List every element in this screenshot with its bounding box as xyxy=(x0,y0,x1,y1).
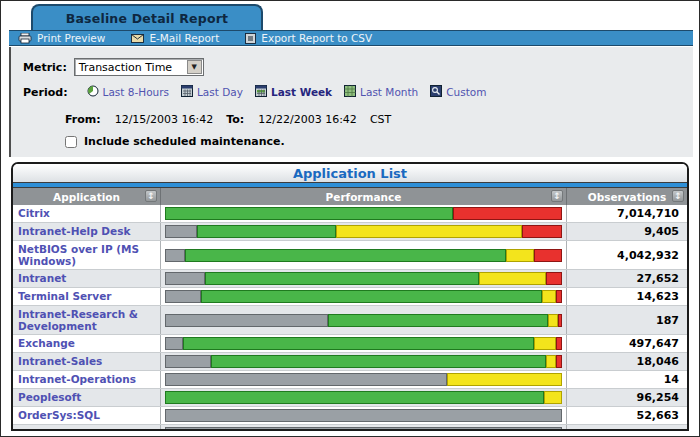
application-cell[interactable]: Peoplesoft xyxy=(13,389,161,406)
table-row: Citrix 7,014,710 xyxy=(13,205,687,222)
performance-segment-warning xyxy=(544,391,562,404)
application-cell[interactable]: NetBIOS over IP (MS Windows) xyxy=(13,241,161,269)
email-report-button[interactable]: E-Mail Report xyxy=(131,32,219,44)
performance-segment-critical xyxy=(534,249,562,262)
chevron-down-icon[interactable]: ▼ xyxy=(187,60,202,74)
period-last-8-hours[interactable]: Last 8-Hours xyxy=(87,85,169,99)
period-last-day[interactable]: Last Day xyxy=(181,85,243,99)
column-header-observations[interactable]: Observations ↕ xyxy=(567,188,687,205)
filter-panel: Metric: Transaction Time ▼ Period: Last … xyxy=(9,47,693,157)
performance-cell xyxy=(161,335,567,352)
date-range-row: From: 12/15/2003 16:42 To: 12/22/2003 16… xyxy=(65,113,397,126)
export-csv-button[interactable]: Export Report to CSV xyxy=(245,32,372,44)
period-row: Period: Last 8-Hours xyxy=(23,85,486,99)
to-value: 12/22/2003 16:42 xyxy=(258,113,357,126)
performance-bar xyxy=(165,207,562,220)
table-row: Order Management 13,012 xyxy=(13,424,687,431)
performance-segment-critical xyxy=(558,314,562,327)
performance-cell xyxy=(161,241,567,269)
observations-cell: 14 xyxy=(567,371,687,388)
tab-title: Baseline Detail Report xyxy=(66,11,229,26)
sort-icon[interactable]: ↕ xyxy=(145,190,157,202)
observations-cell: 9,405 xyxy=(567,223,687,240)
calendar-week-icon xyxy=(255,85,267,99)
observations-cell: 497,647 xyxy=(567,335,687,352)
application-cell[interactable]: Intranet-Sales xyxy=(13,353,161,370)
period-last-month-label: Last Month xyxy=(360,86,418,98)
period-last-month[interactable]: Last Month xyxy=(344,85,418,99)
sort-icon[interactable]: ↕ xyxy=(672,190,684,202)
performance-cell xyxy=(161,407,567,424)
performance-segment-good xyxy=(328,314,548,327)
printer-icon xyxy=(18,33,32,44)
period-last-week-label: Last Week xyxy=(271,86,332,98)
performance-segment-no_data xyxy=(165,314,328,327)
performance-bar xyxy=(165,337,562,350)
export-csv-icon xyxy=(245,33,256,44)
metric-label: Metric: xyxy=(23,61,67,74)
application-list-box: Application List Application ↕ Performan… xyxy=(11,162,689,431)
table-row: Intranet-Operations 14 xyxy=(13,370,687,388)
metric-select[interactable]: Transaction Time ▼ xyxy=(74,58,204,76)
observations-cell: 187 xyxy=(567,306,687,334)
application-cell[interactable]: Order Management xyxy=(13,425,161,431)
custom-period-icon xyxy=(430,85,442,99)
application-cell[interactable]: Exchange xyxy=(13,335,161,352)
observations-cell: 7,014,710 xyxy=(567,205,687,222)
performance-segment-good xyxy=(165,391,544,404)
performance-segment-no_data xyxy=(165,355,211,368)
from-label: From: xyxy=(65,113,101,126)
performance-segment-no_data xyxy=(165,427,562,431)
report-window: Baseline Detail Report Print Preview E-M… xyxy=(0,0,700,437)
performance-bar xyxy=(165,391,562,404)
performance-segment-warning xyxy=(447,373,562,386)
application-cell[interactable]: Intranet-Research & Development xyxy=(13,306,161,334)
tab-baseline-detail-report[interactable]: Baseline Detail Report xyxy=(31,4,263,30)
performance-segment-no_data xyxy=(165,409,562,422)
performance-segment-warning xyxy=(479,272,546,285)
column-header-application[interactable]: Application ↕ xyxy=(13,188,161,205)
observations-cell: 18,046 xyxy=(567,353,687,370)
maintenance-label: Include scheduled maintenance. xyxy=(84,135,285,148)
table-header: Application ↕ Performance ↕ Observations… xyxy=(13,188,687,205)
table-row: Intranet-Help Desk 9,405 xyxy=(13,222,687,240)
sort-icon[interactable]: ↕ xyxy=(551,190,563,202)
performance-bar xyxy=(165,409,562,422)
application-cell[interactable]: Terminal Server xyxy=(13,288,161,305)
application-cell[interactable]: Intranet-Help Desk xyxy=(13,223,161,240)
observations-cell: 14,623 xyxy=(567,288,687,305)
email-report-label: E-Mail Report xyxy=(149,32,219,44)
period-last-week[interactable]: Last Week xyxy=(255,85,332,99)
performance-segment-no_data xyxy=(165,290,201,303)
performance-segment-warning xyxy=(548,314,558,327)
performance-segment-critical xyxy=(556,290,562,303)
application-cell[interactable]: Citrix xyxy=(13,205,161,222)
period-custom[interactable]: Custom xyxy=(430,85,486,99)
print-preview-button[interactable]: Print Preview xyxy=(18,32,105,44)
performance-segment-critical xyxy=(546,272,562,285)
period-last-8-hours-label: Last 8-Hours xyxy=(103,86,169,98)
report-toolbar: Print Preview E-Mail Report Export Repor… xyxy=(9,30,693,46)
performance-segment-critical xyxy=(453,207,562,220)
performance-bar xyxy=(165,272,562,285)
performance-bar xyxy=(165,225,562,238)
column-header-performance[interactable]: Performance ↕ xyxy=(161,188,567,205)
maintenance-checkbox[interactable] xyxy=(65,136,77,148)
application-cell[interactable]: Intranet-Operations xyxy=(13,371,161,388)
performance-cell xyxy=(161,205,567,222)
observations-cell: 4,042,932 xyxy=(567,241,687,269)
performance-cell xyxy=(161,288,567,305)
performance-cell xyxy=(161,306,567,334)
performance-segment-warning xyxy=(542,290,556,303)
performance-segment-good xyxy=(197,225,336,238)
application-cell[interactable]: Intranet xyxy=(13,270,161,287)
table-row: Peoplesoft 96,254 xyxy=(13,388,687,406)
application-cell[interactable]: OrderSys:SQL xyxy=(13,407,161,424)
performance-cell xyxy=(161,223,567,240)
maintenance-row: Include scheduled maintenance. xyxy=(65,135,285,148)
performance-segment-good xyxy=(201,290,542,303)
table-row: Intranet 27,652 xyxy=(13,269,687,287)
table-row: Terminal Server 14,623 xyxy=(13,287,687,305)
observations-cell: 96,254 xyxy=(567,389,687,406)
column-performance-label: Performance xyxy=(326,191,402,203)
